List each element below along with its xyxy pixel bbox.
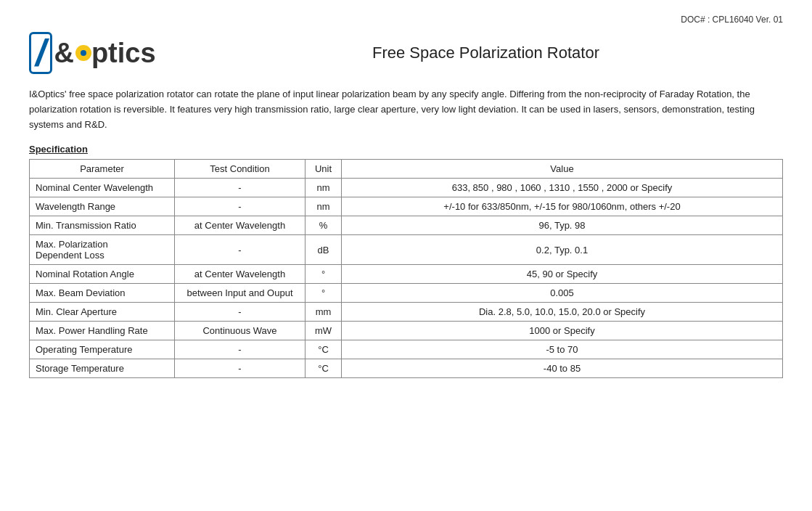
cell-parameter: Min. Clear Aperture xyxy=(30,303,175,322)
cell-test-condition: - xyxy=(175,197,305,216)
cell-value: Dia. 2.8, 5.0, 10.0, 15.0, 20.0 or Speci… xyxy=(342,303,783,322)
cell-test-condition: Continuous Wave xyxy=(175,322,305,340)
cell-parameter: Max. Beam Deviation xyxy=(30,284,175,303)
cell-test-condition: between Input and Ouput xyxy=(175,284,305,303)
cell-parameter: Max. Power Handling Rate xyxy=(30,322,175,340)
page-title-area: Free Space Polarization Rotator xyxy=(189,44,783,62)
cell-unit: nm xyxy=(305,197,342,216)
cell-value: 0.2, Typ. 0.1 xyxy=(342,235,783,265)
cell-unit: mm xyxy=(305,303,342,322)
cell-test-condition: - xyxy=(175,179,305,197)
cell-value: 1000 or Specify xyxy=(342,322,783,340)
table-row: Storage Temperature-°C-40 to 85 xyxy=(30,359,783,378)
cell-unit: ° xyxy=(305,284,342,303)
table-row: Max. Power Handling RateContinuous Wavem… xyxy=(30,322,783,340)
table-row: Nominal Rotation Angleat Center Waveleng… xyxy=(30,265,783,284)
cell-unit: °C xyxy=(305,340,342,359)
cell-parameter: Nominal Rotation Angle xyxy=(30,265,175,284)
table-header-row: Parameter Test Condition Unit Value xyxy=(30,160,783,179)
table-row: Nominal Center Wavelength-nm633, 850 , 9… xyxy=(30,179,783,197)
col-header-unit: Unit xyxy=(305,160,342,179)
col-header-value: Value xyxy=(342,160,783,179)
logo: / & ptics xyxy=(29,32,189,74)
header-area: / & ptics Free Space Polarization Rotato… xyxy=(29,32,783,74)
doc-reference: DOC# : CPL16040 Ver. 01 xyxy=(29,15,783,25)
logo-slash: / xyxy=(29,32,52,74)
cell-test-condition: at Center Wavelength xyxy=(175,265,305,284)
page-title: Free Space Polarization Rotator xyxy=(189,44,783,62)
col-header-parameter: Parameter xyxy=(30,160,175,179)
table-row: Min. Transmission Ratioat Center Wavelen… xyxy=(30,216,783,235)
cell-parameter: Wavelength Range xyxy=(30,197,175,216)
cell-test-condition: - xyxy=(175,340,305,359)
cell-unit: nm xyxy=(305,179,342,197)
cell-test-condition: - xyxy=(175,303,305,322)
table-row: Operating Temperature-°C-5 to 70 xyxy=(30,340,783,359)
logo-ptics: ptics xyxy=(91,38,156,69)
section-heading: Specification xyxy=(29,144,783,155)
cell-test-condition: - xyxy=(175,235,305,265)
cell-unit: mW xyxy=(305,322,342,340)
cell-parameter: Nominal Center Wavelength xyxy=(30,179,175,197)
cell-test-condition: at Center Wavelength xyxy=(175,216,305,235)
cell-parameter: Max. Polarization Dependent Loss xyxy=(30,235,175,265)
cell-unit: °C xyxy=(305,359,342,378)
logo-dot xyxy=(75,45,91,61)
cell-parameter: Storage Temperature xyxy=(30,359,175,378)
spec-table: Parameter Test Condition Unit Value Nomi… xyxy=(29,159,783,378)
cell-value: -5 to 70 xyxy=(342,340,783,359)
cell-value: 0.005 xyxy=(342,284,783,303)
cell-parameter: Min. Transmission Ratio xyxy=(30,216,175,235)
table-row: Max. Polarization Dependent Loss-dB0.2, … xyxy=(30,235,783,265)
logo-dot-inner xyxy=(81,50,86,56)
cell-test-condition: - xyxy=(175,359,305,378)
product-description: I&Optics' free space polarization rotato… xyxy=(29,87,783,132)
col-header-test: Test Condition xyxy=(175,160,305,179)
cell-unit: % xyxy=(305,216,342,235)
cell-value: 45, 90 or Specify xyxy=(342,265,783,284)
cell-parameter: Operating Temperature xyxy=(30,340,175,359)
table-row: Wavelength Range-nm+/-10 for 633/850nm, … xyxy=(30,197,783,216)
cell-value: -40 to 85 xyxy=(342,359,783,378)
cell-value: 96, Typ. 98 xyxy=(342,216,783,235)
cell-unit: dB xyxy=(305,235,342,265)
cell-value: 633, 850 , 980 , 1060 , 1310 , 1550 , 20… xyxy=(342,179,783,197)
table-row: Min. Clear Aperture-mmDia. 2.8, 5.0, 10.… xyxy=(30,303,783,322)
logo-ampersand: & xyxy=(54,38,73,69)
cell-unit: ° xyxy=(305,265,342,284)
table-row: Max. Beam Deviationbetween Input and Oup… xyxy=(30,284,783,303)
cell-value: +/-10 for 633/850nm, +/-15 for 980/1060n… xyxy=(342,197,783,216)
